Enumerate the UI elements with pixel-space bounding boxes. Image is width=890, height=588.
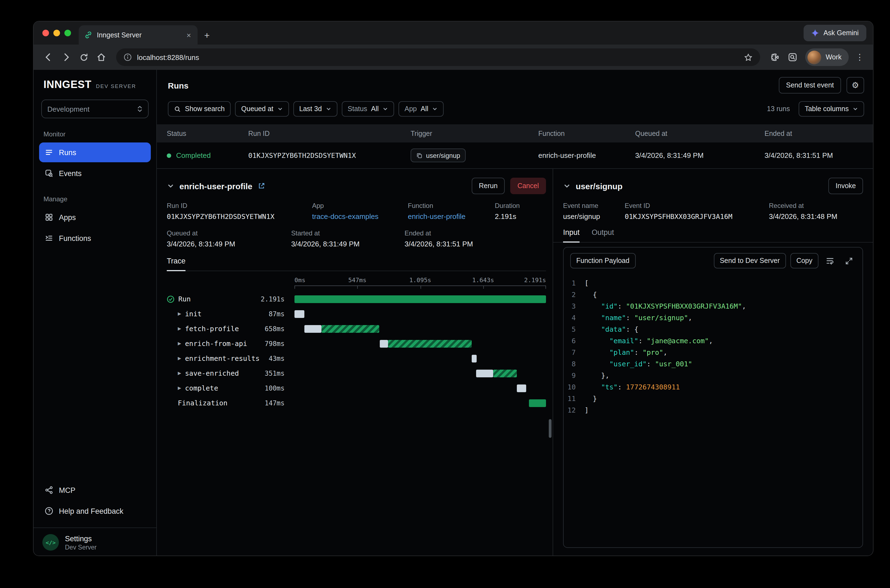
app-logo: INNGEST DEV SERVER bbox=[33, 79, 156, 91]
sidebar-item-runs[interactable]: Runs bbox=[39, 142, 151, 162]
scrollbar-thumb[interactable] bbox=[549, 419, 552, 438]
function-link[interactable]: enrich-user-profile bbox=[408, 212, 495, 220]
rerun-button[interactable]: Rerun bbox=[472, 178, 505, 194]
field-label: App bbox=[312, 202, 408, 210]
monitor-nav: Runs Events bbox=[33, 142, 156, 183]
trigger-badge[interactable]: user/signup bbox=[410, 148, 466, 162]
tab-close-icon[interactable]: × bbox=[185, 30, 192, 40]
sidebar-item-label: Apps bbox=[59, 213, 76, 221]
tab-search-icon[interactable] bbox=[784, 49, 801, 66]
sidebar-item-functions[interactable]: Functions bbox=[39, 228, 151, 248]
sidebar-item-apps[interactable]: Apps bbox=[39, 207, 151, 227]
trace-row[interactable]: ▶enrichment-results43ms bbox=[167, 351, 546, 366]
wrap-text-icon[interactable] bbox=[823, 254, 837, 268]
column-header: Status bbox=[167, 129, 248, 137]
trace-row[interactable]: ▶init87ms bbox=[167, 306, 546, 321]
tab-output[interactable]: Output bbox=[592, 228, 614, 242]
app-filter[interactable]: App All bbox=[398, 101, 443, 117]
status-filter-value: All bbox=[371, 105, 379, 113]
trace-row[interactable]: Finalization147ms bbox=[167, 396, 546, 410]
app-filter-label: App bbox=[404, 105, 417, 113]
send-to-dev-server-button[interactable]: Send to Dev Server bbox=[714, 253, 786, 268]
zoom-window-button[interactable] bbox=[65, 30, 71, 36]
profile-name: Work bbox=[825, 53, 842, 61]
expand-step-icon[interactable]: ▶ bbox=[178, 311, 181, 316]
table-row[interactable]: Completed 01KJXSYPZYB6TH2DSDSYETWN1X use… bbox=[157, 142, 873, 168]
trace-tabs: Trace bbox=[167, 257, 546, 271]
new-tab-button[interactable]: + bbox=[204, 31, 210, 40]
function-payload-button[interactable]: Function Payload bbox=[570, 253, 636, 268]
queued-at-filter[interactable]: Queued at bbox=[235, 101, 289, 117]
send-to-dev-server-label: Send to Dev Server bbox=[720, 257, 780, 265]
browser-menu-icon[interactable]: ⋮ bbox=[853, 52, 866, 62]
step-name: complete bbox=[185, 384, 218, 392]
trace-row[interactable]: Run2.191s bbox=[167, 291, 546, 306]
tab-input[interactable]: Input bbox=[563, 228, 580, 243]
success-check-icon bbox=[167, 295, 174, 303]
tab-trace[interactable]: Trace bbox=[167, 257, 185, 271]
field-value: 3/4/2026, 8:31:51 PM bbox=[404, 240, 546, 248]
invoke-button[interactable]: Invoke bbox=[828, 178, 863, 194]
url-text[interactable]: localhost:8288/runs bbox=[137, 53, 739, 62]
sidebar-item-help[interactable]: Help and Feedback bbox=[39, 501, 151, 521]
minimize-window-button[interactable] bbox=[53, 30, 60, 36]
run-meta-row-1: Run ID 01KJXSYPZYB6TH2DSDSYETWN1X App tr… bbox=[167, 202, 546, 220]
expand-step-icon[interactable]: ▶ bbox=[178, 326, 181, 331]
extensions-icon[interactable] bbox=[767, 49, 783, 66]
bookmark-star-icon[interactable] bbox=[744, 52, 753, 62]
sidebar-item-mcp[interactable]: MCP bbox=[39, 480, 151, 500]
field-value: 01KJXSYPSFHBXX03GRJFV3A16M bbox=[625, 212, 769, 220]
window-controls bbox=[42, 30, 71, 36]
home-button[interactable] bbox=[93, 49, 110, 66]
trace-row[interactable]: ▶fetch-profile658ms bbox=[167, 321, 546, 336]
payload-card: Function Payload Send to Dev Server Copy bbox=[563, 247, 863, 548]
back-button[interactable] bbox=[40, 49, 57, 66]
expand-step-icon[interactable]: ▶ bbox=[178, 356, 181, 361]
sidebar-item-label: Functions bbox=[59, 234, 91, 242]
expand-step-icon[interactable]: ▶ bbox=[178, 341, 181, 346]
external-link-icon[interactable] bbox=[257, 182, 265, 190]
browser-profile-button[interactable]: Work bbox=[805, 48, 849, 66]
reload-button[interactable] bbox=[75, 49, 92, 66]
forward-button[interactable] bbox=[58, 49, 74, 66]
address-bar[interactable]: localhost:8288/runs bbox=[116, 48, 760, 66]
main-header: Runs Send test event ⚙ bbox=[157, 70, 873, 99]
browser-tab[interactable]: Inngest Server × bbox=[79, 25, 198, 45]
expand-step-icon[interactable]: ▶ bbox=[178, 371, 181, 376]
sidebar-item-events[interactable]: Events bbox=[39, 164, 151, 183]
trace-row[interactable]: ▶save-enriched351ms bbox=[167, 366, 546, 381]
app-field: App trace-docs-examples bbox=[312, 202, 408, 220]
expand-step-icon[interactable]: ▶ bbox=[178, 386, 181, 390]
started-at-field: Started at 3/4/2026, 8:31:49 PM bbox=[291, 230, 404, 248]
time-range-filter[interactable]: Last 3d bbox=[293, 101, 337, 117]
trace-bar-segment bbox=[529, 399, 546, 407]
show-search-button[interactable]: Show search bbox=[168, 101, 231, 117]
table-columns-button[interactable]: Table columns bbox=[798, 101, 864, 117]
copy-button[interactable]: Copy bbox=[790, 253, 818, 268]
status-filter[interactable]: Status All bbox=[341, 101, 394, 117]
expand-icon[interactable] bbox=[842, 254, 856, 268]
event-name-field: Event name user/signup bbox=[563, 202, 625, 220]
step-name: save-enriched bbox=[185, 369, 239, 377]
environment-select[interactable]: Development bbox=[41, 99, 149, 118]
step-duration: 43ms bbox=[269, 354, 284, 362]
collapse-chevron-icon[interactable] bbox=[167, 182, 174, 190]
trace-row[interactable]: ▶complete100ms bbox=[167, 381, 546, 396]
send-test-event-button[interactable]: Send test event bbox=[779, 77, 841, 93]
sidebar-item-label: MCP bbox=[59, 486, 75, 494]
close-window-button[interactable] bbox=[42, 30, 49, 36]
settings-gear-button[interactable]: ⚙ bbox=[846, 77, 864, 93]
trace-row[interactable]: ▶enrich-from-api798ms bbox=[167, 336, 546, 351]
event-meta-row: Event name user/signup Event ID 01KJXSYP… bbox=[553, 202, 873, 220]
trace-bar-segment bbox=[380, 340, 388, 347]
settings-bar[interactable]: </> Settings Dev Server bbox=[33, 528, 156, 556]
collapse-chevron-icon[interactable] bbox=[563, 182, 571, 190]
code-line: 12] bbox=[564, 404, 863, 416]
ask-gemini-button[interactable]: Ask Gemini bbox=[804, 25, 866, 41]
code-line: 2 { bbox=[564, 289, 863, 300]
app-link[interactable]: trace-docs-examples bbox=[312, 212, 408, 220]
field-label: Started at bbox=[291, 230, 404, 237]
rerun-label: Rerun bbox=[479, 182, 498, 190]
cancel-button[interactable]: Cancel bbox=[510, 178, 546, 194]
site-info-icon[interactable] bbox=[123, 53, 132, 62]
